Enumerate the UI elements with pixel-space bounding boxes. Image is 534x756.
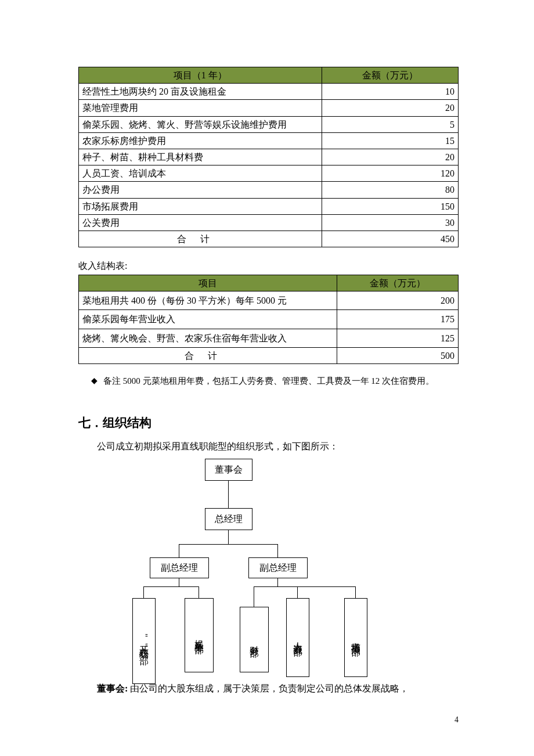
total-label: 合计 (79, 231, 322, 247)
org-line (228, 530, 229, 544)
table-row: 经营性土地两块约 20 亩及设施租金10 (79, 84, 459, 100)
cell: 125 (337, 329, 458, 347)
cell: 人员工资、培训成本 (79, 165, 322, 182)
page: 项目（1 年） 金额（万元） 经营性土地两块约 20 亩及设施租金10 菜地管理… (0, 0, 534, 748)
org-line (254, 586, 254, 607)
table-header-row: 项目 金额（万元） (79, 275, 459, 291)
total-value: 450 (322, 231, 458, 247)
org-gm-box: 总经理 (205, 508, 252, 530)
income-table: 项目 金额（万元） 菜地租用共 400 份（每份 30 平方米）每年 5000 … (78, 275, 459, 364)
org-dept-finance: 财务部 (240, 607, 269, 672)
org-line (179, 544, 179, 557)
org-chart: 董事会 总经理 副总经理 副总经理 "开心农场"部 娱乐业务部 财务部 人力资源… (118, 459, 420, 676)
section-intro: 公司成立初期拟采用直线职能型的组织形式，如下图所示： (78, 438, 459, 455)
cell: 偷菜乐园、烧烤、篝火、野营等娱乐设施维护费用 (79, 116, 322, 132)
cell: 175 (337, 310, 458, 329)
board-text: 由公司的大股东组成，属于决策层，负责制定公司的总体发展战略， (128, 683, 409, 693)
cell: 菜地租用共 400 份（每份 30 平方米）每年 5000 元 (79, 291, 337, 310)
org-line (277, 578, 278, 586)
cell: 150 (322, 198, 458, 214)
cell: 菜地管理费用 (79, 100, 322, 116)
org-line (277, 544, 278, 557)
table-row: 菜地管理费用20 (79, 100, 459, 116)
org-dept-hr: 人力资源部 (286, 598, 309, 677)
table-row: 办公费用80 (79, 182, 459, 198)
table-row: 偷菜乐园、烧烤、篝火、野营等娱乐设施维护费用5 (79, 116, 459, 132)
org-line (143, 586, 199, 587)
cell: 农家乐标房维护费用 (79, 132, 322, 149)
cell: 市场拓展费用 (79, 198, 322, 214)
org-line (355, 586, 356, 598)
table-total-row: 合计 450 (79, 231, 459, 247)
cell: 种子、树苗、耕种工具材料费 (79, 149, 322, 165)
cell: 120 (322, 165, 458, 182)
table-header-row: 项目（1 年） 金额（万元） (79, 67, 459, 84)
org-line (143, 586, 144, 598)
org-vp1-box: 副总经理 (150, 557, 209, 578)
cell: 办公费用 (79, 182, 322, 198)
org-line (179, 578, 179, 586)
org-line (199, 586, 199, 598)
org-dept-entertainment: 娱乐业务部 (185, 598, 214, 672)
cost-table: 项目（1 年） 金额（万元） 经营性土地两块约 20 亩及设施租金10 菜地管理… (78, 67, 459, 247)
table-row: 人员工资、培训成本120 (79, 165, 459, 182)
org-board-box: 董事会 (205, 459, 252, 481)
cell: 10 (322, 84, 458, 100)
total-label: 合计 (79, 347, 337, 363)
income-col-item: 项目 (79, 275, 337, 291)
cell: 20 (322, 100, 458, 116)
table-row: 烧烤、篝火晚会、野营、农家乐住宿每年营业收入125 (79, 329, 459, 347)
cell: 200 (337, 291, 458, 310)
cell: 烧烤、篝火晚会、野营、农家乐住宿每年营业收入 (79, 329, 337, 347)
org-dept-farm: "开心农场"部 (132, 598, 156, 684)
note-line: ◆ 备注 5000 元菜地租用年费，包括工人劳务费、管理费、工具费及一年 12 … (91, 376, 459, 387)
income-table-title: 收入结构表: (78, 260, 459, 272)
section-heading: 七．组织结构 (78, 415, 459, 431)
table-total-row: 合计 500 (79, 347, 459, 363)
table-row: 偷菜乐园每年营业收入175 (79, 310, 459, 329)
cell: 20 (322, 149, 458, 165)
org-vp2-box: 副总经理 (248, 557, 308, 578)
table-row: 菜地租用共 400 份（每份 30 平方米）每年 5000 元200 (79, 291, 459, 310)
table-row: 种子、树苗、耕种工具材料费20 (79, 149, 459, 165)
table-row: 农家乐标房维护费用15 (79, 132, 459, 149)
cell: 80 (322, 182, 458, 198)
cell: 公关费用 (79, 214, 322, 231)
cost-col-item: 项目（1 年） (79, 67, 322, 84)
org-dept-market: 市场拓展部 (344, 598, 367, 677)
cell: 偷菜乐园每年营业收入 (79, 310, 337, 329)
cell: 5 (322, 116, 458, 132)
page-number: 4 (78, 715, 459, 725)
diamond-bullet-icon: ◆ (91, 376, 98, 386)
board-label: 董事会: (97, 683, 128, 693)
income-col-amount: 金额（万元） (337, 275, 458, 291)
org-line (228, 480, 229, 508)
cost-col-amount: 金额（万元） (322, 67, 458, 84)
cell: 30 (322, 214, 458, 231)
note-text: 备注 5000 元菜地租用年费，包括工人劳务费、管理费、工具费及一年 12 次住… (103, 376, 434, 387)
org-line (179, 544, 277, 545)
cell: 经营性土地两块约 20 亩及设施租金 (79, 84, 322, 100)
cell: 15 (322, 132, 458, 149)
total-value: 500 (337, 347, 458, 363)
table-row: 市场拓展费用150 (79, 198, 459, 214)
org-line (254, 586, 355, 587)
table-row: 公关费用30 (79, 214, 459, 231)
org-line (297, 586, 298, 598)
